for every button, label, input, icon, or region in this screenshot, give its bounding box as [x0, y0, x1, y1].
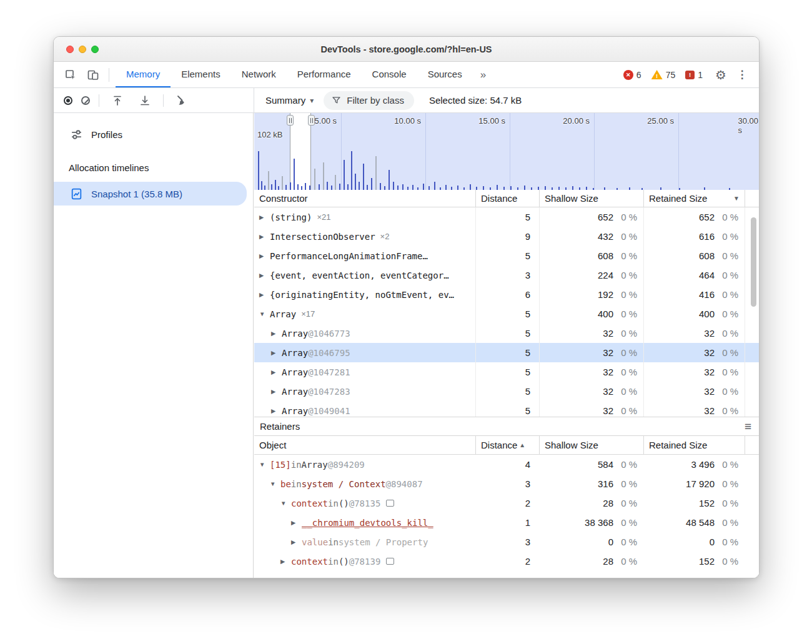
- tree-collapsed-icon[interactable]: ▶: [259, 214, 270, 220]
- constructor-row[interactable]: ▶Array @10467955320 %320 %: [254, 343, 759, 362]
- retainer-object-cell: ▶context in () @78139: [254, 552, 475, 571]
- constructor-row[interactable]: ▶{originatingEntity, noGtmEvent, ev…6192…: [254, 285, 759, 304]
- retainer-row[interactable]: ▼be in system / Context @89408733160 %17…: [254, 474, 759, 493]
- column-header-retained-size[interactable]: Retained Size: [643, 436, 745, 454]
- retainer-row[interactable]: ▶context in () @781392280 %1520 %: [254, 552, 759, 571]
- tab-performance[interactable]: Performance: [287, 62, 362, 87]
- timeline-bar: [371, 178, 372, 190]
- selection-right-handle[interactable]: [308, 115, 315, 126]
- retainer-row[interactable]: ▶value in system / Property300 %00 %: [254, 532, 759, 552]
- device-toolbar-icon[interactable]: [84, 66, 102, 84]
- timeline-bar: [729, 188, 730, 190]
- tree-expanded-icon[interactable]: ▼: [259, 310, 270, 317]
- timeline-bar: [305, 183, 306, 190]
- retainer-row[interactable]: ▼[15] in Array @89420945840 %3 4960 %: [254, 455, 759, 474]
- timeline-bar: [463, 187, 465, 190]
- clear-button[interactable]: [81, 96, 90, 105]
- constructor-row[interactable]: ▶Array @10472815320 %320 %: [254, 362, 759, 382]
- tree-expanded-icon[interactable]: ▼: [280, 500, 291, 507]
- distance-cell: 2: [475, 493, 539, 513]
- tree-expanded-icon[interactable]: ▼: [270, 480, 280, 487]
- tab-console[interactable]: Console: [362, 62, 417, 87]
- timeline-bar: [660, 187, 661, 190]
- devtools-window: DevTools - store.google.com/?hl=en-US Me…: [53, 36, 760, 578]
- retainer-text-segment: Array: [302, 460, 328, 470]
- error-badge[interactable]: ✕ 6: [623, 70, 641, 80]
- warning-count: 75: [666, 70, 676, 80]
- window-title: DevTools - store.google.com/?hl=en-US: [54, 37, 759, 62]
- more-tabs-button[interactable]: »: [473, 62, 493, 87]
- constructor-name-cell: ▶Array @1046773: [254, 324, 475, 343]
- allocation-timeline-overview[interactable]: 102 kB 5.00 s10.00 s15.00 s20.00 s25.00 …: [254, 113, 759, 190]
- save-profile-icon[interactable]: [136, 91, 154, 110]
- column-header-retained-size[interactable]: Retained Size ▼: [643, 190, 745, 207]
- view-mode-select[interactable]: Summary ▾: [265, 95, 314, 106]
- tab-sources[interactable]: Sources: [417, 62, 473, 87]
- constructor-row[interactable]: ▶Array @10472835320 %320 %: [254, 382, 759, 401]
- tab-memory[interactable]: Memory: [116, 62, 171, 87]
- sidebar-item-snapshot-1[interactable]: Snapshot 1 (35.8 MB): [54, 182, 247, 206]
- size-value: 32: [704, 347, 715, 358]
- size-value: 32: [603, 347, 613, 358]
- settings-gear-icon[interactable]: ⚙: [713, 67, 729, 82]
- snapshot-document-icon: [70, 187, 83, 201]
- tree-collapsed-icon[interactable]: ▶: [291, 519, 302, 526]
- tree-collapsed-icon[interactable]: ▶: [259, 233, 270, 240]
- record-button[interactable]: [64, 96, 72, 105]
- timeline-bar: [490, 187, 491, 190]
- column-header-shallow-size[interactable]: Shallow Size: [539, 190, 643, 207]
- class-filter-input[interactable]: Filter by class: [324, 91, 414, 110]
- instance-count: ×21: [317, 212, 330, 222]
- column-header-object[interactable]: Object: [254, 436, 475, 454]
- vertical-scrollbar-thumb[interactable]: [751, 217, 756, 307]
- column-header-distance[interactable]: Distance: [475, 190, 539, 207]
- issues-badge[interactable]: ! 1: [685, 70, 703, 80]
- constructor-row[interactable]: ▶(string)×2156520 %6520 %: [254, 207, 759, 227]
- tree-collapsed-icon[interactable]: ▶: [291, 538, 302, 545]
- tree-collapsed-icon[interactable]: ▶: [259, 252, 270, 259]
- tree-collapsed-icon[interactable]: ▶: [271, 349, 282, 356]
- constructor-name-cell: ▶Array @1047283: [254, 382, 475, 401]
- collect-garbage-icon[interactable]: [172, 91, 191, 110]
- tree-expanded-icon[interactable]: ▼: [259, 461, 270, 468]
- tree-collapsed-icon[interactable]: ▶: [259, 272, 270, 279]
- tree-collapsed-icon[interactable]: ▶: [280, 558, 291, 565]
- constructor-row[interactable]: ▶Array @10490415320 %320 %: [254, 401, 759, 417]
- column-header-constructor[interactable]: Constructor: [254, 190, 475, 207]
- gutter-cell: [745, 343, 759, 362]
- tree-collapsed-icon[interactable]: ▶: [271, 407, 282, 414]
- constructor-name: (string): [270, 212, 312, 222]
- reveal-object-icon[interactable]: [386, 500, 394, 507]
- tab-network[interactable]: Network: [231, 62, 287, 87]
- tree-collapsed-icon[interactable]: ▶: [259, 291, 270, 298]
- constructor-row[interactable]: ▶IntersectionObserver×294320 %6160 %: [254, 227, 759, 246]
- timeline-bar: [629, 187, 630, 190]
- selection-left-handle[interactable]: [287, 115, 294, 126]
- tab-elements[interactable]: Elements: [171, 62, 231, 87]
- menu-dots-icon[interactable]: ⋮: [734, 68, 750, 81]
- constructor-row[interactable]: ▶{event, eventAction, eventCategor…32240…: [254, 265, 759, 285]
- constructor-row[interactable]: ▶PerformanceLongAnimationFrame…56080 %60…: [254, 246, 759, 265]
- constructor-row[interactable]: ▶Array @10467735320 %320 %: [254, 324, 759, 343]
- timeline-bar: [451, 187, 452, 190]
- load-profile-icon[interactable]: [108, 91, 127, 110]
- size-value: 17 920: [686, 478, 715, 489]
- retainers-menu-icon[interactable]: ≡: [745, 420, 751, 433]
- timeline-tick-label: 20.00 s: [563, 116, 590, 126]
- shallow-size-cell: 320 %: [539, 382, 643, 401]
- tree-collapsed-icon[interactable]: ▶: [271, 388, 282, 395]
- error-icon: ✕: [623, 70, 633, 80]
- inspect-element-icon[interactable]: [61, 66, 80, 84]
- tree-collapsed-icon[interactable]: ▶: [271, 369, 282, 375]
- column-header-distance[interactable]: Distance ▲: [475, 436, 539, 454]
- retainer-row[interactable]: ▶__chromium_devtools_kill_138 3680 %48 5…: [254, 513, 759, 532]
- timeline-bar: [278, 186, 279, 190]
- tree-collapsed-icon[interactable]: ▶: [271, 330, 282, 337]
- column-header-shallow-size[interactable]: Shallow Size: [539, 436, 643, 454]
- constructor-row[interactable]: ▼Array×1754000 %4000 %: [254, 304, 759, 324]
- constructor-name: Array: [282, 329, 308, 339]
- warning-badge[interactable]: ! 75: [651, 70, 676, 80]
- reveal-object-icon[interactable]: [386, 558, 394, 565]
- size-value: 3 496: [691, 459, 715, 470]
- retainer-row[interactable]: ▼context in () @781352280 %1520 %: [254, 493, 759, 513]
